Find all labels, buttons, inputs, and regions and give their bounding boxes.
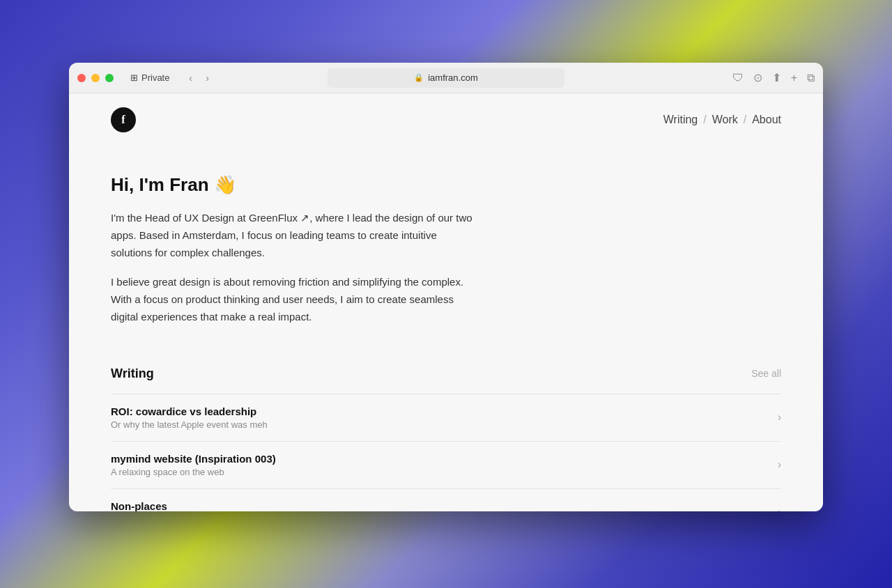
article-title: Non-places xyxy=(111,500,767,512)
nav-about[interactable]: About xyxy=(752,114,781,126)
url-text: iamfran.com xyxy=(428,72,478,83)
bio-paragraph-2: I believe great design is about removing… xyxy=(111,274,473,325)
hero-section: Hi, I'm Fran 👋 I'm the Head of UX Design… xyxy=(69,146,515,366)
share-icon[interactable]: ⬆ xyxy=(772,71,781,84)
traffic-light-red[interactable] xyxy=(77,74,86,82)
browser-window: ⊞ Private ‹ › 🔒 iamfran.com 🛡 ⊙ ⬆ + ⧉ f … xyxy=(69,63,823,511)
titlebar-right: 🛡 ⊙ ⬆ + ⧉ xyxy=(732,71,815,84)
article-text: ROI: cowardice vs leadership Or why the … xyxy=(111,405,767,430)
chevron-right-icon: › xyxy=(778,506,781,511)
article-title: mymind website (Inspiration 003) xyxy=(111,453,767,465)
new-tab-icon[interactable]: + xyxy=(791,72,797,84)
nav-separator-2: / xyxy=(744,114,746,126)
article-title: ROI: cowardice vs leadership xyxy=(111,405,767,417)
writing-section-title: Writing xyxy=(111,366,154,381)
titlebar-left: ⊞ Private ‹ › xyxy=(77,71,214,85)
article-text: mymind website (Inspiration 003) A relax… xyxy=(111,453,767,477)
nav-arrows: ‹ › xyxy=(183,71,214,85)
sidebar-icon: ⊞ xyxy=(130,72,138,83)
traffic-lights xyxy=(77,74,114,82)
site-logo[interactable]: f xyxy=(111,107,136,132)
article-item[interactable]: mymind website (Inspiration 003) A relax… xyxy=(111,441,781,488)
back-button[interactable]: ‹ xyxy=(183,71,197,85)
tabs-icon[interactable]: ⧉ xyxy=(807,72,815,84)
site-header: f Writing / Work / About xyxy=(69,93,823,146)
page-content: f Writing / Work / About Hi, I'm Fran 👋 … xyxy=(69,93,823,511)
writing-section: Writing See all ROI: cowardice vs leader… xyxy=(69,366,823,512)
nav-writing[interactable]: Writing xyxy=(663,114,698,126)
article-list: ROI: cowardice vs leadership Or why the … xyxy=(111,394,781,512)
shield-icon[interactable]: 🛡 xyxy=(732,72,744,84)
nav-work[interactable]: Work xyxy=(712,114,738,126)
article-item[interactable]: ROI: cowardice vs leadership Or why the … xyxy=(111,394,781,441)
chevron-right-icon: › xyxy=(778,411,781,424)
private-mode-button[interactable]: ⊞ Private xyxy=(130,72,169,83)
hero-heading: Hi, I'm Fran 👋 xyxy=(111,174,473,196)
traffic-light-green[interactable] xyxy=(105,74,114,82)
chevron-right-icon: › xyxy=(778,458,781,471)
article-subtitle: Or why the latest Apple event was meh xyxy=(111,419,767,430)
private-label: Private xyxy=(141,72,169,83)
download-icon[interactable]: ⊙ xyxy=(753,71,762,84)
article-subtitle: A relaxing space on the web xyxy=(111,467,767,477)
site-nav: Writing / Work / About xyxy=(663,114,781,126)
nav-separator-1: / xyxy=(703,114,706,126)
address-bar[interactable]: 🔒 iamfran.com xyxy=(328,68,564,88)
article-text: Non-places It's 2am so cut me some slack xyxy=(111,500,767,512)
lock-icon: 🔒 xyxy=(414,73,424,82)
article-item[interactable]: Non-places It's 2am so cut me some slack… xyxy=(111,488,781,512)
bio-paragraph-1: I'm the Head of UX Design at GreenFlux ↗… xyxy=(111,210,473,261)
writing-section-header: Writing See all xyxy=(111,366,781,381)
forward-button[interactable]: › xyxy=(200,71,214,85)
titlebar: ⊞ Private ‹ › 🔒 iamfran.com 🛡 ⊙ ⬆ + ⧉ xyxy=(69,63,823,93)
traffic-light-yellow[interactable] xyxy=(91,74,100,82)
see-all-link[interactable]: See all xyxy=(751,368,781,379)
